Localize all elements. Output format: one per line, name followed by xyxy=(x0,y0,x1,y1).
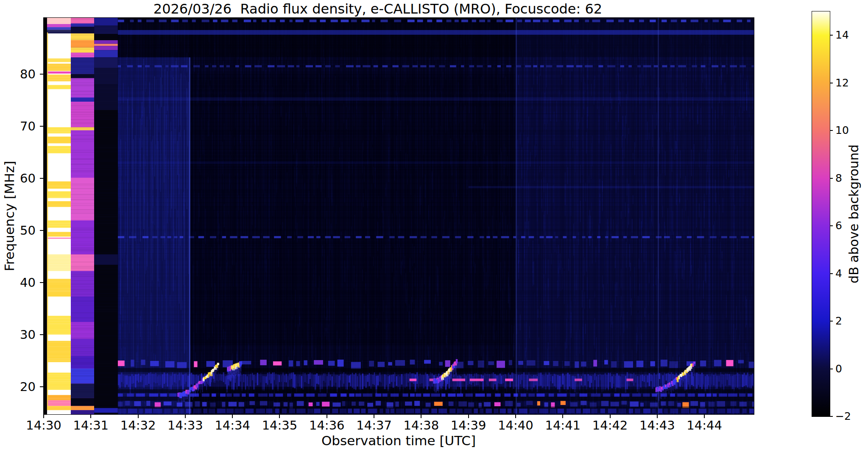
y-tick-label: 20 xyxy=(12,380,36,394)
colorbar xyxy=(812,11,830,417)
x-tick-mark xyxy=(374,415,374,418)
colorbar-tick-label: 0 xyxy=(835,363,842,375)
colorbar-tick-label: 12 xyxy=(835,77,849,89)
x-tick-label: 14:33 xyxy=(160,419,211,432)
x-axis-label: Observation time [UTC] xyxy=(321,433,476,448)
x-tick-mark xyxy=(279,415,280,418)
x-tick-label: 14:35 xyxy=(254,419,305,432)
x-tick-mark xyxy=(610,415,611,418)
x-tick-label: 14:31 xyxy=(65,419,116,432)
colorbar-tick-label: 14 xyxy=(835,29,849,41)
x-tick-mark xyxy=(562,415,563,418)
colorbar-tick-mark xyxy=(830,321,833,322)
y-tick-mark xyxy=(40,386,43,387)
x-tick-label: 14:41 xyxy=(537,419,588,432)
x-tick-mark xyxy=(138,415,139,418)
spectrogram-canvas xyxy=(44,18,754,414)
colorbar-tick-mark xyxy=(830,369,833,369)
x-tick-mark xyxy=(232,415,233,418)
chart-title: 2026/03/26 Radio flux density, e-CALLIST… xyxy=(154,1,602,17)
x-tick-label: 14:37 xyxy=(349,419,399,432)
colorbar-tick-mark xyxy=(830,83,833,83)
y-tick-label: 40 xyxy=(12,276,36,289)
x-tick-label: 14:42 xyxy=(585,419,636,432)
x-tick-label: 14:36 xyxy=(301,419,352,432)
x-tick-label: 14:34 xyxy=(207,419,258,432)
colorbar-tick-label: 4 xyxy=(835,268,842,280)
colorbar-tick-mark xyxy=(830,35,833,36)
x-tick-mark xyxy=(421,415,421,418)
x-tick-mark xyxy=(657,415,658,418)
y-tick-mark xyxy=(40,282,43,283)
x-tick-label: 14:39 xyxy=(443,419,494,432)
y-tick-label: 50 xyxy=(12,224,36,237)
x-tick-mark xyxy=(704,415,705,418)
x-tick-label: 14:30 xyxy=(18,419,69,432)
x-tick-mark xyxy=(327,415,327,418)
x-tick-mark xyxy=(43,415,44,418)
x-tick-mark xyxy=(515,415,516,418)
x-tick-label: 14:40 xyxy=(490,419,541,432)
x-tick-label: 14:43 xyxy=(632,419,683,432)
colorbar-tick-mark xyxy=(830,178,833,179)
x-tick-label: 14:44 xyxy=(679,419,730,432)
spectrogram-plot-area xyxy=(43,17,754,415)
colorbar-tick-label: 10 xyxy=(835,125,849,136)
colorbar-tick-mark xyxy=(830,273,833,274)
colorbar-tick-mark xyxy=(830,225,833,226)
y-tick-label: 70 xyxy=(12,119,36,133)
colorbar-tick-label: −2 xyxy=(835,410,851,422)
y-tick-label: 60 xyxy=(12,172,36,185)
colorbar-tick-label: 8 xyxy=(835,172,842,184)
y-tick-label: 80 xyxy=(12,67,36,81)
x-tick-mark xyxy=(185,415,186,418)
colorbar-label: dB above background xyxy=(846,144,861,283)
y-tick-mark xyxy=(40,230,43,231)
y-tick-mark xyxy=(40,74,43,75)
x-tick-mark xyxy=(90,415,91,418)
x-tick-label: 14:38 xyxy=(396,419,447,432)
colorbar-tick-label: 2 xyxy=(835,315,842,327)
figure-root: 2026/03/26 Radio flux density, e-CALLIST… xyxy=(0,0,868,452)
x-tick-label: 14:32 xyxy=(113,419,164,432)
colorbar-tick-label: 6 xyxy=(835,220,842,232)
y-tick-mark xyxy=(40,126,43,127)
y-tick-label: 30 xyxy=(12,328,36,341)
colorbar-tick-mark xyxy=(830,416,833,417)
colorbar-tick-mark xyxy=(830,130,833,131)
y-tick-mark xyxy=(40,178,43,179)
y-tick-mark xyxy=(40,334,43,335)
x-tick-mark xyxy=(468,415,469,418)
